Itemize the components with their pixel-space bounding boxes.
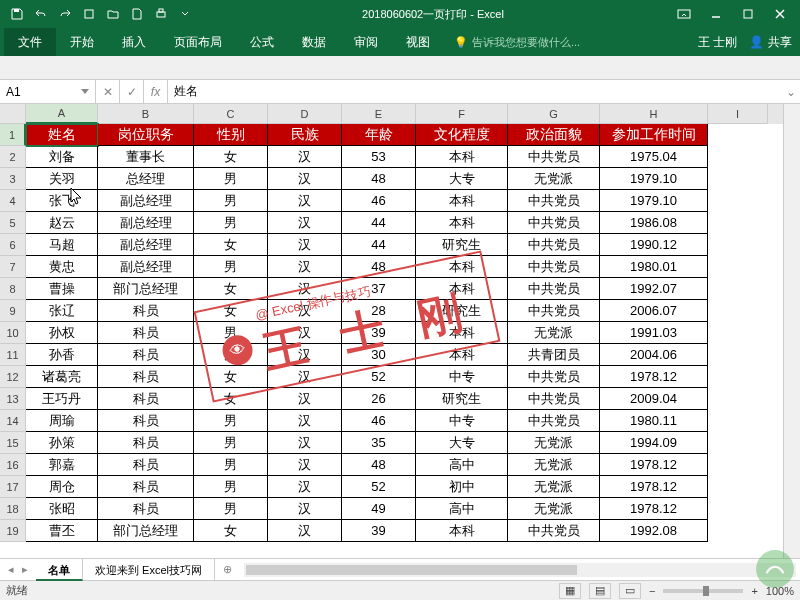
sheet-tab-other[interactable]: 欢迎来到 Excel技巧网 xyxy=(83,559,215,581)
row-header[interactable]: 2 xyxy=(0,146,26,168)
data-cell[interactable]: 男 xyxy=(194,410,268,432)
row-header[interactable]: 15 xyxy=(0,432,26,454)
maximize-icon[interactable] xyxy=(734,4,762,24)
data-cell[interactable]: 王巧丹 xyxy=(26,388,98,410)
column-header[interactable]: E xyxy=(342,104,416,124)
row-header[interactable]: 7 xyxy=(0,256,26,278)
data-cell[interactable]: 科员 xyxy=(98,410,194,432)
data-cell[interactable]: 2006.07 xyxy=(600,300,708,322)
data-cell[interactable]: 女 xyxy=(194,366,268,388)
row-header[interactable]: 1 xyxy=(0,124,26,146)
row-header[interactable]: 18 xyxy=(0,498,26,520)
normal-view-icon[interactable]: ▦ xyxy=(559,583,581,599)
data-cell[interactable]: 1994.09 xyxy=(600,432,708,454)
data-cell[interactable]: 本科 xyxy=(416,212,508,234)
sheet-nav[interactable]: ◂▸ xyxy=(0,563,36,576)
data-cell[interactable]: 刘备 xyxy=(26,146,98,168)
qat-icon[interactable] xyxy=(78,3,100,25)
data-cell[interactable]: 副总经理 xyxy=(98,256,194,278)
data-cell[interactable]: 中共党员 xyxy=(508,234,600,256)
data-cell[interactable]: 大专 xyxy=(416,432,508,454)
data-cell[interactable]: 1978.12 xyxy=(600,476,708,498)
data-cell[interactable]: 汉 xyxy=(268,146,342,168)
data-cell[interactable]: 女 xyxy=(194,278,268,300)
data-cell[interactable]: 本科 xyxy=(416,256,508,278)
data-cell[interactable]: 赵云 xyxy=(26,212,98,234)
zoom-slider[interactable] xyxy=(663,589,743,593)
data-cell[interactable]: 1992.07 xyxy=(600,278,708,300)
data-cell[interactable]: 汉 xyxy=(268,190,342,212)
tab-insert[interactable]: 插入 xyxy=(108,28,160,56)
data-cell[interactable]: 48 xyxy=(342,256,416,278)
data-cell[interactable]: 无党派 xyxy=(508,476,600,498)
data-cell[interactable]: 男 xyxy=(194,322,268,344)
zoom-thumb[interactable] xyxy=(703,586,709,596)
data-cell[interactable]: 汉 xyxy=(268,410,342,432)
tab-view[interactable]: 视图 xyxy=(392,28,444,56)
data-cell[interactable]: 44 xyxy=(342,234,416,256)
data-cell[interactable]: 本科 xyxy=(416,278,508,300)
expand-formula-icon[interactable]: ⌄ xyxy=(782,80,800,103)
data-cell[interactable]: 周仓 xyxy=(26,476,98,498)
data-cell[interactable]: 1978.12 xyxy=(600,366,708,388)
data-cell[interactable]: 共青团员 xyxy=(508,344,600,366)
data-cell[interactable]: 男 xyxy=(194,190,268,212)
data-cell[interactable]: 1980.11 xyxy=(600,410,708,432)
nav-next-icon[interactable]: ▸ xyxy=(22,563,28,576)
tab-review[interactable]: 审阅 xyxy=(340,28,392,56)
data-cell[interactable]: 关羽 xyxy=(26,168,98,190)
data-cell[interactable]: 研究生 xyxy=(416,388,508,410)
data-cell[interactable]: 研究生 xyxy=(416,300,508,322)
data-cell[interactable]: 汉 xyxy=(268,476,342,498)
data-cell[interactable]: 1980.01 xyxy=(600,256,708,278)
data-cell[interactable]: 28 xyxy=(342,300,416,322)
data-cell[interactable]: 董事长 xyxy=(98,146,194,168)
data-cell[interactable]: 1990.12 xyxy=(600,234,708,256)
row-header[interactable]: 14 xyxy=(0,410,26,432)
data-cell[interactable]: 张辽 xyxy=(26,300,98,322)
column-header[interactable]: D xyxy=(268,104,342,124)
data-cell[interactable]: 无党派 xyxy=(508,432,600,454)
data-cell[interactable]: 男 xyxy=(194,476,268,498)
row-header[interactable]: 12 xyxy=(0,366,26,388)
data-cell[interactable]: 汉 xyxy=(268,498,342,520)
data-cell[interactable]: 男 xyxy=(194,432,268,454)
data-cell[interactable]: 1978.12 xyxy=(600,498,708,520)
vertical-scrollbar[interactable] xyxy=(783,104,800,558)
share-button[interactable]: 👤 共享 xyxy=(749,34,792,51)
data-cell[interactable]: 汉 xyxy=(268,454,342,476)
data-cell[interactable]: 副总经理 xyxy=(98,190,194,212)
row-header[interactable]: 3 xyxy=(0,168,26,190)
add-sheet-icon[interactable]: ⊕ xyxy=(215,563,240,576)
data-cell[interactable]: 1978.12 xyxy=(600,454,708,476)
data-cell[interactable]: 副总经理 xyxy=(98,234,194,256)
data-cell[interactable]: 本科 xyxy=(416,146,508,168)
cancel-icon[interactable]: ✕ xyxy=(96,80,120,103)
row-header[interactable]: 17 xyxy=(0,476,26,498)
header-cell[interactable]: 姓名 xyxy=(26,124,98,146)
data-cell[interactable]: 中专 xyxy=(416,366,508,388)
data-cell[interactable]: 本科 xyxy=(416,520,508,542)
horizontal-scrollbar[interactable] xyxy=(244,563,796,577)
name-box[interactable]: A1 xyxy=(0,80,96,103)
row-header[interactable]: 5 xyxy=(0,212,26,234)
user-name[interactable]: 王 士刚 xyxy=(698,34,737,51)
header-cell[interactable]: 年龄 xyxy=(342,124,416,146)
data-cell[interactable]: 52 xyxy=(342,366,416,388)
header-cell[interactable]: 民族 xyxy=(268,124,342,146)
ribbon-options-icon[interactable] xyxy=(670,4,698,24)
data-cell[interactable]: 科员 xyxy=(98,366,194,388)
data-cell[interactable]: 2004.06 xyxy=(600,344,708,366)
data-cell[interactable]: 诸葛亮 xyxy=(26,366,98,388)
tab-file[interactable]: 文件 xyxy=(4,28,56,56)
data-cell[interactable]: 男 xyxy=(194,212,268,234)
header-cell[interactable]: 参加工作时间 xyxy=(600,124,708,146)
data-cell[interactable]: 大专 xyxy=(416,168,508,190)
open-icon[interactable] xyxy=(102,3,124,25)
column-header[interactable]: G xyxy=(508,104,600,124)
data-cell[interactable]: 汉 xyxy=(268,168,342,190)
data-cell[interactable]: 汉 xyxy=(268,520,342,542)
data-cell[interactable]: 1986.08 xyxy=(600,212,708,234)
data-cell[interactable]: 科员 xyxy=(98,454,194,476)
data-cell[interactable]: 中共党员 xyxy=(508,300,600,322)
